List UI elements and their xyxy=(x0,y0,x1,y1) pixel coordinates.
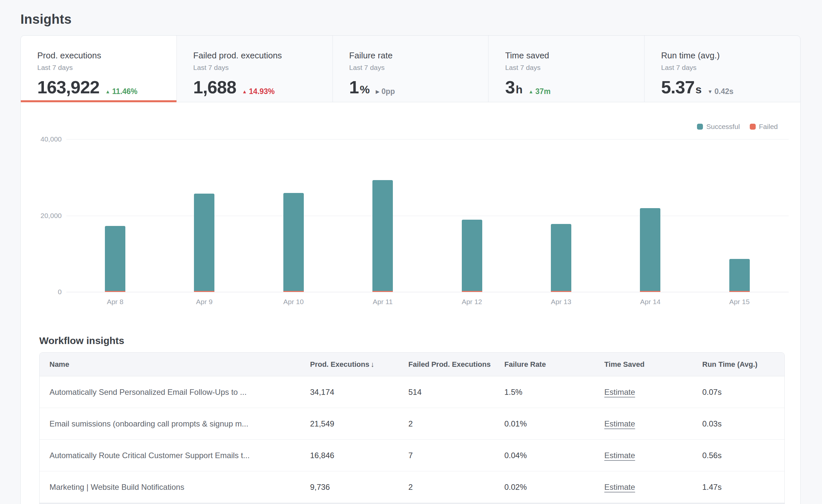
workflow-insights-table: NameProd. Executions↓Failed Prod. Execut… xyxy=(39,352,785,504)
bar-apr-12[interactable] xyxy=(462,220,482,292)
x-axis-tick-label: Apr 12 xyxy=(446,298,498,306)
bar-failed-segment xyxy=(283,291,304,292)
time-saved-cell: Estimate xyxy=(604,483,702,492)
bar-failed-segment xyxy=(372,291,393,292)
metric-tab-time-saved[interactable]: Time savedLast 7 days3h▲37m xyxy=(488,36,645,102)
column-header-label: Time Saved xyxy=(604,360,645,369)
metric-value: 5.37 xyxy=(661,77,694,97)
failure-rate-cell: 1.5% xyxy=(504,388,604,397)
chart-legend: SuccessfulFailed xyxy=(697,123,778,131)
metric-delta: ▶0pp xyxy=(376,87,395,96)
metric-value-row: 163,922▲11.46% xyxy=(37,77,176,97)
metric-unit: h xyxy=(515,83,522,96)
metric-tab-run-time-avg[interactable]: Run time (avg.)Last 7 days5.37s▼0.42s xyxy=(645,36,800,102)
y-axis-tick-label: 40,000 xyxy=(41,135,62,143)
workflow-name-cell: Marketing | Website Build Notifications xyxy=(49,483,310,492)
bar-failed-segment xyxy=(462,291,482,292)
run-time-avg-cell: 0.07s xyxy=(702,388,784,397)
bar-apr-10[interactable] xyxy=(283,193,304,292)
bar-apr-11[interactable] xyxy=(372,180,393,292)
metric-value: 1,688 xyxy=(193,77,236,97)
metric-value-row: 3h▲37m xyxy=(505,77,644,97)
metric-title: Run time (avg.) xyxy=(661,50,800,61)
column-header-label: Failure Rate xyxy=(504,360,546,369)
metric-delta: ▼0.42s xyxy=(708,87,733,96)
metric-unit: % xyxy=(360,83,370,96)
bar-apr-15[interactable] xyxy=(729,259,750,292)
metric-title: Time saved xyxy=(505,50,644,61)
column-header-failed-prod-executions[interactable]: Failed Prod. Executions xyxy=(408,360,504,369)
legend-item-successful[interactable]: Successful xyxy=(697,123,740,131)
bar-successful-segment xyxy=(462,220,482,291)
time-saved-cell: Estimate xyxy=(604,419,702,429)
legend-label: Failed xyxy=(759,123,778,131)
failure-rate-cell: 0.04% xyxy=(504,451,604,460)
estimate-link[interactable]: Estimate xyxy=(604,419,635,428)
workflow-name-link[interactable]: Automatically Route Critical Customer Su… xyxy=(49,451,250,460)
time-saved-cell: Estimate xyxy=(604,388,702,397)
bar-failed-segment xyxy=(194,291,215,292)
metric-subtitle: Last 7 days xyxy=(661,64,800,72)
legend-label: Successful xyxy=(706,123,740,131)
metric-tab-prod-executions[interactable]: Prod. executionsLast 7 days163,922▲11.46… xyxy=(21,36,177,102)
table-header-row: NameProd. Executions↓Failed Prod. Execut… xyxy=(40,353,784,376)
bar-failed-segment xyxy=(729,291,750,292)
prod-executions-cell: 16,846 xyxy=(310,451,408,460)
metric-value-row: 5.37s▼0.42s xyxy=(661,77,800,97)
metric-delta: ▲11.46% xyxy=(105,87,137,96)
insights-panel: SuccessfulFailed 020,00040,000Apr 8Apr 9… xyxy=(20,102,801,504)
metric-tab-failed-prod-executions[interactable]: Failed prod. executionsLast 7 days1,688▲… xyxy=(177,36,333,102)
estimate-link[interactable]: Estimate xyxy=(604,388,635,397)
metric-delta-value: 11.46% xyxy=(112,87,137,96)
workflow-name-cell: Email sumissions (onboarding call prompt… xyxy=(49,419,310,429)
bar-successful-segment xyxy=(551,224,571,291)
metric-tabs: Prod. executionsLast 7 days163,922▲11.46… xyxy=(20,35,801,102)
metric-tab-failure-rate[interactable]: Failure rateLast 7 days1%▶0pp xyxy=(333,36,489,102)
column-header-failure-rate[interactable]: Failure Rate xyxy=(504,360,604,369)
workflow-name-link[interactable]: Marketing | Website Build Notifications xyxy=(49,483,184,491)
column-header-prod-executions[interactable]: Prod. Executions↓ xyxy=(310,360,408,369)
successful-swatch-icon xyxy=(697,124,703,130)
bar-successful-segment xyxy=(729,259,750,291)
run-time-avg-cell: 1.47s xyxy=(702,483,784,492)
table-row: Email sumissions (onboarding call prompt… xyxy=(40,408,784,440)
bar-apr-13[interactable] xyxy=(551,224,571,292)
legend-item-failed[interactable]: Failed xyxy=(750,123,778,131)
time-saved-cell: Estimate xyxy=(604,451,702,460)
prod-executions-cell: 21,549 xyxy=(310,419,408,429)
workflow-name-link[interactable]: Email sumissions (onboarding call prompt… xyxy=(49,419,249,428)
estimate-link[interactable]: Estimate xyxy=(604,483,635,491)
x-axis-tick-label: Apr 11 xyxy=(356,298,409,306)
column-header-label: Prod. Executions xyxy=(310,360,369,369)
bar-apr-9[interactable] xyxy=(194,193,215,292)
prod-executions-cell: 34,174 xyxy=(310,388,408,397)
gridline-20000 xyxy=(66,216,789,216)
metric-title: Failed prod. executions xyxy=(193,50,333,61)
metric-subtitle: Last 7 days xyxy=(37,64,176,72)
bar-failed-segment xyxy=(551,291,571,292)
failed-prod-executions-cell: 2 xyxy=(408,419,504,429)
table-row: Automatically Route Critical Customer Su… xyxy=(40,440,784,471)
metric-subtitle: Last 7 days xyxy=(505,64,644,72)
failed-prod-executions-cell: 2 xyxy=(408,483,504,492)
metric-subtitle: Last 7 days xyxy=(193,64,333,72)
column-header-run-time-avg-[interactable]: Run Time (Avg.) xyxy=(702,360,784,369)
metric-value: 163,922 xyxy=(37,77,99,97)
column-header-time-saved[interactable]: Time Saved xyxy=(604,360,702,369)
run-time-avg-cell: 0.56s xyxy=(702,451,784,460)
y-axis-tick-label: 0 xyxy=(58,288,62,296)
gridline-0 xyxy=(66,292,789,292)
estimate-link[interactable]: Estimate xyxy=(604,451,635,460)
metric-delta-value: 14.93% xyxy=(249,87,275,96)
trend-up-icon: ▲ xyxy=(242,89,247,94)
bar-apr-8[interactable] xyxy=(105,226,125,292)
workflow-name-link[interactable]: Automatically Send Personalized Email Fo… xyxy=(49,388,247,397)
x-axis-tick-label: Apr 10 xyxy=(267,298,320,306)
column-header-name[interactable]: Name xyxy=(49,360,310,369)
gridline-40000 xyxy=(66,139,789,139)
metric-value-row: 1,688▲14.93% xyxy=(193,77,333,97)
trend-up-icon: ▲ xyxy=(105,89,110,94)
column-header-label: Run Time (Avg.) xyxy=(702,360,757,369)
bar-apr-14[interactable] xyxy=(640,208,661,292)
metric-value: 1 xyxy=(349,77,359,97)
